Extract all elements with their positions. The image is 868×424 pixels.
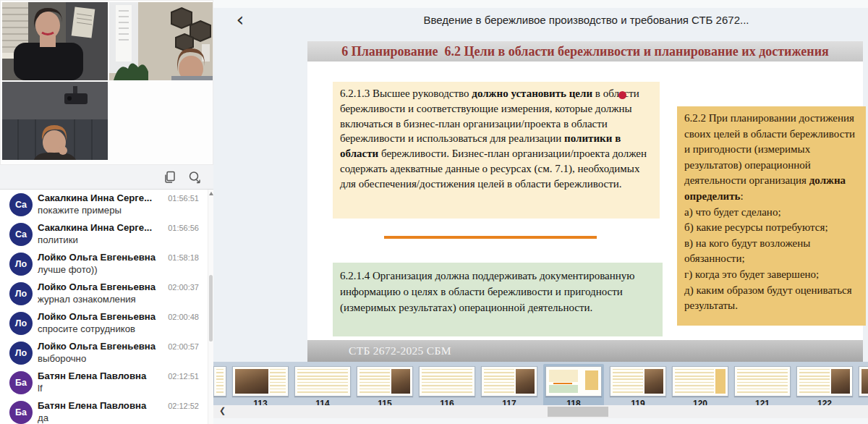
slide-thumbnail[interactable] (610, 366, 666, 397)
chat-toolbar (0, 165, 213, 190)
slide-thumbnail[interactable] (419, 366, 475, 397)
current-slide: 6 Планирование 6.2 Цели в области бережл… (307, 41, 863, 362)
slide-footer-text: СТБ 2672-2025 СБМ (349, 340, 451, 362)
chat-timestamp: 02:12:52 (163, 402, 199, 410)
back-button[interactable]: ‹ (231, 9, 250, 31)
filmstrip-item-120[interactable]: 120 (672, 362, 728, 405)
video-1-feed (2, 2, 108, 80)
thumb-textlines (359, 369, 390, 394)
slide-filmstrip[interactable]: 113114115116117118119120121122 (213, 362, 868, 405)
thumb-textlines (270, 369, 286, 394)
filmstrip-item-117[interactable]: 117 (481, 362, 537, 405)
chat-message-list[interactable]: Са Сакалкина Инна Серге... 01:56:51 пока… (0, 190, 208, 424)
laser-pointer-dot (618, 91, 626, 99)
chat-author: Сакалкина Инна Серге... (38, 222, 152, 233)
filmstrip-item-115[interactable]: 115 (357, 362, 413, 405)
slide-clause-6213: 6.2.1.3 Высшее руководство должно устано… (333, 82, 660, 219)
slide-number: 120 (672, 399, 728, 405)
stage-bottom-strip (213, 418, 868, 424)
thumb-sidebox (715, 369, 726, 394)
filmstrip-item-partial[interactable] (859, 362, 868, 397)
chat-message: Са Сакалкина Инна Серге... 01:56:51 пока… (0, 190, 208, 219)
slide-number: 121 (734, 399, 791, 405)
participant-video-3[interactable] (2, 82, 108, 160)
chat-bubble-icon[interactable] (187, 170, 202, 185)
chat-timestamp: 01:58:18 (163, 253, 199, 262)
filmstrip-item-partial[interactable] (213, 362, 226, 397)
slide-number: 122 (796, 399, 853, 405)
slide-thumbnail[interactable] (232, 366, 289, 397)
thumb-textlines (484, 369, 514, 394)
thumb-photo (516, 369, 535, 394)
thumb-textlines (613, 369, 643, 394)
thumb-photo (644, 369, 663, 394)
participant-video-1[interactable] (2, 2, 108, 80)
filmstrip-item-121[interactable]: 121 (734, 362, 791, 405)
thumb-textlines (675, 369, 714, 394)
slide-divider-line (384, 236, 597, 239)
chat-message: Са Сакалкина Инна Серге... 01:56:56 поли… (0, 219, 208, 249)
filmstrip-prev-icon[interactable]: ❮ (219, 406, 226, 415)
filmstrip-item-119[interactable]: 119 (610, 362, 666, 405)
thumb-textlines (216, 369, 224, 394)
slide-footer-bar: СТБ 2672-2025 СБМ (307, 340, 863, 362)
avatar: Ба (9, 401, 33, 424)
chat-text: выборочно (38, 353, 199, 364)
presentation-stage: ‹ Введение в бережливое производство и т… (213, 0, 868, 424)
slide-thumbnail[interactable] (545, 366, 602, 397)
slide-heading: 6 Планирование 6.2 Цели в области бережл… (307, 41, 863, 62)
chat-scrollbar[interactable] (208, 190, 213, 424)
slide-thumbnail[interactable] (213, 366, 226, 397)
thumb-block (553, 383, 572, 384)
copy-icon[interactable] (163, 170, 177, 185)
chat-timestamp: 02:00:37 (163, 283, 199, 292)
slide-thumbnail[interactable] (859, 366, 868, 397)
video-grid (0, 0, 213, 165)
filmstrip-item-116[interactable]: 116 (419, 362, 475, 405)
webinar-title: Введение в бережливое производство и тре… (307, 14, 865, 26)
avatar: Са (9, 223, 33, 246)
video-3-feed (2, 82, 108, 160)
avatar: Са (9, 193, 33, 216)
chat-text: да (38, 412, 199, 423)
slide-thumbnail[interactable] (672, 366, 728, 397)
thumb-textlines (297, 369, 348, 394)
chat-message: Ло Лойко Ольга Евгеньевна 01:58:18 лучше… (0, 249, 208, 279)
chat-text: спросите сотрудников (38, 323, 199, 334)
thumb-photo (391, 369, 410, 394)
filmstrip-item-114[interactable]: 114 (294, 362, 351, 405)
filmstrip-scrollbar[interactable]: ❮ (213, 405, 868, 418)
slide-thumbnail[interactable] (357, 366, 413, 397)
chat-scrollbar-thumb[interactable] (209, 275, 213, 342)
participant-video-2[interactable] (109, 2, 213, 80)
slide-number: 113 (232, 399, 289, 405)
thumb-photo (235, 369, 268, 394)
filmstrip-item-118[interactable]: 118 (543, 364, 604, 405)
slide-number: 116 (419, 399, 475, 405)
slide-thumbnail[interactable] (796, 366, 853, 397)
slide-thumbnail[interactable] (481, 366, 537, 397)
avatar: Ба (9, 371, 33, 394)
chat-author: Лойко Ольга Евгеньевна (38, 341, 156, 352)
thumb-photo (831, 369, 850, 394)
avatar: Ло (9, 312, 33, 335)
chat-message: Ба Батян Елена Павловна 02:12:52 да (0, 397, 208, 424)
filmstrip-item-122[interactable]: 122 (796, 362, 853, 405)
thumb-block (585, 370, 598, 390)
chat-author: Батян Елена Павловна (38, 370, 146, 381)
thumb-block (549, 370, 578, 382)
chat-text: журнал ознакомления (38, 294, 199, 305)
slide-thumbnail[interactable] (734, 366, 791, 397)
slide-number: 115 (357, 399, 413, 405)
filmstrip-scrollbar-thumb[interactable] (548, 407, 608, 417)
chat-message: Ло Лойко Ольга Евгеньевна 02:00:37 журна… (0, 279, 208, 308)
slide-number: 117 (481, 399, 537, 405)
webinar-app: { "meeting": { "title": "Введение в бере… (0, 0, 868, 424)
slide-number: 119 (610, 399, 666, 405)
slide-thumbnail[interactable] (294, 366, 351, 397)
thumb-textlines (737, 369, 788, 394)
filmstrip-item-113[interactable]: 113 (232, 362, 289, 405)
chat-author: Лойко Ольга Евгеньевна (38, 252, 156, 263)
stage-top-strip (213, 0, 868, 8)
chat-timestamp: 02:12:51 (163, 372, 199, 381)
